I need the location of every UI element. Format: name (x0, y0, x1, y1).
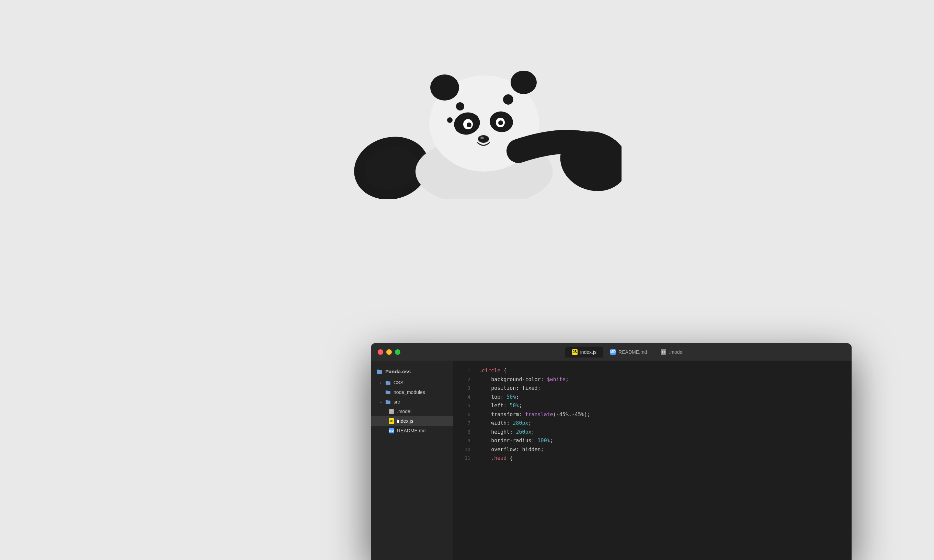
sidebar-item-model-file[interactable]: ◻ .model (371, 407, 453, 416)
line-number: 6 (453, 411, 470, 419)
line-number: 8 (453, 428, 470, 437)
line-number: 9 (453, 437, 470, 445)
tab-label: .model (669, 349, 683, 355)
svg-point-17 (447, 117, 453, 123)
md-icon: MD (389, 428, 394, 433)
sidebar-item-label: .model (397, 409, 412, 414)
sidebar-item-label: src (393, 399, 400, 405)
code-text: .circle { (479, 366, 507, 375)
code-text: transform: translate(-45%,-45%); (479, 411, 590, 419)
sidebar-item-css[interactable]: › CSS (371, 378, 453, 388)
code-text: border-radius: 100%; (479, 437, 553, 445)
folder-css-icon (385, 380, 391, 385)
code-line-11: 11 .head { (453, 454, 852, 463)
model-icon: ◻ (389, 409, 394, 414)
sidebar-root-item[interactable]: Panda.css (371, 366, 453, 377)
title-bar: JS index.js MD README.md ◻ .model (371, 343, 852, 361)
svg-point-14 (480, 137, 484, 139)
code-text: height: 260px; (479, 428, 535, 437)
svg-point-15 (456, 102, 464, 111)
code-line-2: 2 background-color: $white; (453, 375, 852, 384)
chevron-down-icon: ⌄ (379, 400, 382, 403)
line-number: 2 (453, 376, 470, 384)
code-line-3: 3 position: fixed; (453, 384, 852, 393)
panda-illustration (313, 21, 621, 199)
mac-window: JS index.js MD README.md ◻ .model (371, 343, 852, 560)
folder-modules-icon (385, 390, 391, 395)
code-line-9: 9 border-radius: 100%; (453, 437, 852, 445)
sidebar-item-readme[interactable]: MD README.md (371, 426, 453, 435)
code-line-5: 5 left: 50%; (453, 402, 852, 411)
svg-point-16 (503, 94, 513, 105)
sidebar-item-indexjs[interactable]: JS index.js (371, 416, 453, 426)
folder-src-icon (385, 399, 391, 404)
svg-point-13 (478, 135, 489, 143)
sidebar-item-label: node_modules (393, 389, 425, 395)
code-editor[interactable]: 1 .circle { 2 background-color: $white; … (453, 361, 852, 560)
chevron-right-icon: › (379, 381, 382, 384)
editor-body: Panda.css › CSS › node_modules (371, 361, 852, 560)
line-number: 4 (453, 393, 470, 402)
code-line-8: 8 height: 260px; (453, 428, 852, 437)
code-text: width: 280px; (479, 419, 532, 428)
tab-label: index.js (580, 349, 596, 355)
svg-point-11 (467, 123, 472, 127)
tab-bar: JS index.js MD README.md ◻ .model (411, 346, 845, 358)
svg-point-6 (511, 71, 537, 94)
line-number: 3 (453, 384, 470, 392)
line-number: 5 (453, 402, 470, 410)
code-line-10: 10 overflow: hidden; (453, 445, 852, 454)
code-line-1: 1 .circle { (453, 366, 852, 375)
sidebar-root-label: Panda.css (385, 369, 411, 374)
code-text: overflow: hidden; (479, 445, 544, 454)
tab-model[interactable]: ◻ .model (654, 346, 690, 358)
sidebar-item-label: index.js (397, 418, 413, 424)
tab-readme-md[interactable]: MD README.md (603, 346, 654, 358)
line-number: 10 (453, 446, 470, 454)
minimize-button[interactable] (386, 349, 392, 355)
svg-point-12 (498, 120, 503, 125)
sidebar-item-label: README.md (397, 428, 425, 433)
js-file-icon: JS (572, 349, 578, 355)
sidebar-item-label: CSS (393, 380, 404, 385)
maximize-button[interactable] (395, 349, 401, 355)
model-file-icon: ◻ (661, 349, 666, 355)
folder-icon (376, 369, 382, 374)
code-text: .head { (479, 454, 513, 463)
code-text: top: 50%; (479, 393, 519, 402)
line-number: 7 (453, 419, 470, 428)
sidebar-item-src[interactable]: ⌄ src (371, 397, 453, 407)
tab-index-js[interactable]: JS index.js (565, 346, 603, 358)
code-line-7: 7 width: 280px; (453, 419, 852, 428)
tab-label: README.md (618, 349, 647, 355)
close-button[interactable] (378, 349, 383, 355)
svg-point-5 (430, 74, 459, 100)
traffic-lights (378, 349, 401, 355)
code-text: left: 50%; (479, 402, 522, 411)
code-line-6: 6 transform: translate(-45%,-45%); (453, 411, 852, 419)
mac-window-wrapper: JS index.js MD README.md ◻ .model (371, 343, 852, 560)
js-icon: JS (389, 418, 394, 424)
chevron-right-icon: › (379, 391, 382, 394)
code-text: background-color: $white; (479, 375, 569, 384)
sidebar-item-node-modules[interactable]: › node_modules (371, 388, 453, 397)
line-number: 11 (453, 454, 470, 463)
md-file-icon: MD (610, 349, 616, 355)
code-line-4: 4 top: 50%; (453, 393, 852, 402)
code-text: position: fixed; (479, 384, 541, 393)
sidebar: Panda.css › CSS › node_modules (371, 361, 453, 560)
line-number: 1 (453, 367, 470, 375)
